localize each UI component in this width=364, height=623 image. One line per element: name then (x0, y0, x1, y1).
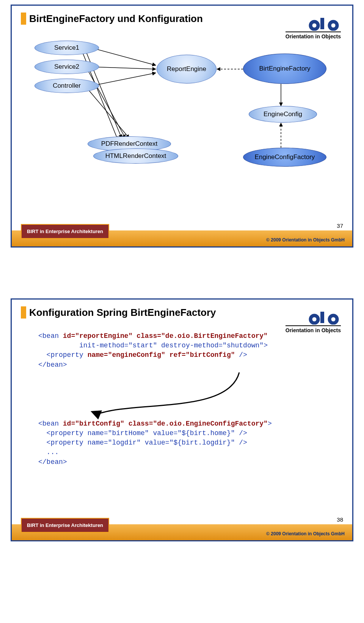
node-label: PDFRenderContext (101, 140, 157, 148)
node-birt-engine-factory: BirtEngineFactory (243, 54, 326, 84)
code-token: > (264, 342, 268, 349)
code-token: "shutdown" (223, 342, 264, 349)
code-token: <property (38, 439, 88, 446)
bean2-block: <bean id="birtConfig" class="de.oio.Engi… (38, 419, 333, 467)
code-token: id="reportEngine" (63, 332, 133, 340)
node-engine-config: EngineConfig (249, 106, 317, 123)
code-area: <bean id="reportEngine" class="de.oio.Bi… (12, 320, 352, 475)
node-label: EngineConfig (264, 110, 302, 118)
node-label: Service2 (54, 63, 79, 71)
svg-point-2 (329, 22, 337, 29)
code-token: name="birtHome" value="${birt.home}" (88, 429, 235, 437)
code-token: ref="birtConfig" (165, 351, 235, 359)
svg-line-8 (88, 70, 126, 138)
footer-badge: BIRT in Enterprise Architekturen (21, 518, 109, 533)
svg-line-9 (88, 89, 129, 138)
svg-rect-1 (320, 18, 324, 29)
code-token: <bean (38, 420, 63, 427)
svg-line-5 (91, 73, 156, 86)
node-html-render-context: HTMLRenderContext (93, 148, 178, 164)
node-report-engine: ReportEngine (157, 55, 217, 84)
page-number: 37 (337, 222, 343, 229)
code-token: <property (38, 351, 88, 359)
code-token: destroy-method= (157, 342, 223, 349)
code-token: > (268, 420, 272, 427)
slide-1: BirtEngineFactory und Konfiguration Orie… (11, 5, 353, 248)
title-accent (21, 306, 26, 319)
code-token: </bean> (38, 361, 67, 369)
diagram: Service1 Service2 Controller ReportEngin… (12, 34, 352, 193)
code-token: class="de.oio.BirtEngineFactory" (132, 332, 267, 340)
code-token: id="birtConfig" (63, 420, 124, 427)
svg-point-0 (311, 22, 318, 29)
code-token: name="engineConfig" (88, 351, 165, 359)
svg-line-4 (91, 67, 156, 69)
node-controller: Controller (35, 79, 99, 93)
node-label: BirtEngineFactory (259, 65, 310, 73)
logo-icon (307, 14, 341, 31)
node-label: ReportEngine (167, 65, 206, 73)
code-token: /> (235, 439, 247, 446)
node-label: Service1 (54, 44, 79, 52)
footer-copyright: © 2009 Orientation in Objects GmbH (266, 531, 345, 536)
code-token: "start" (129, 342, 157, 349)
node-service2: Service2 (35, 60, 99, 74)
code-token: /> (235, 429, 247, 437)
page-number: 38 (337, 516, 343, 523)
code-token: class="de.oio.EngineConfigFactory" (124, 420, 268, 427)
code-token: <property (38, 429, 88, 437)
node-engine-config-factory: EngineConfigFactory (243, 148, 326, 167)
node-label: Controller (53, 82, 81, 90)
node-label: EngineConfigFactory (255, 153, 315, 161)
code-token: name="logdir" value="${birt.logdir}" (88, 439, 235, 446)
code-token: /> (235, 351, 247, 359)
footer-copyright: © 2009 Orientation in Objects GmbH (266, 237, 345, 243)
bean1-block: <bean id="reportEngine" class="de.oio.Bi… (38, 331, 333, 370)
code-token: init-method= (38, 342, 129, 349)
code-token: <bean (38, 332, 63, 340)
footer-badge: BIRT in Enterprise Architekturen (21, 224, 109, 239)
code-token: </bean> (38, 458, 67, 466)
title-accent (21, 13, 26, 25)
code-token: ... (38, 448, 59, 456)
svg-line-3 (91, 48, 156, 65)
node-label: HTMLRenderContext (105, 152, 166, 160)
slide-2: Konfiguration Spring BirtEngineFactory O… (11, 298, 353, 541)
node-service1: Service1 (35, 41, 99, 55)
